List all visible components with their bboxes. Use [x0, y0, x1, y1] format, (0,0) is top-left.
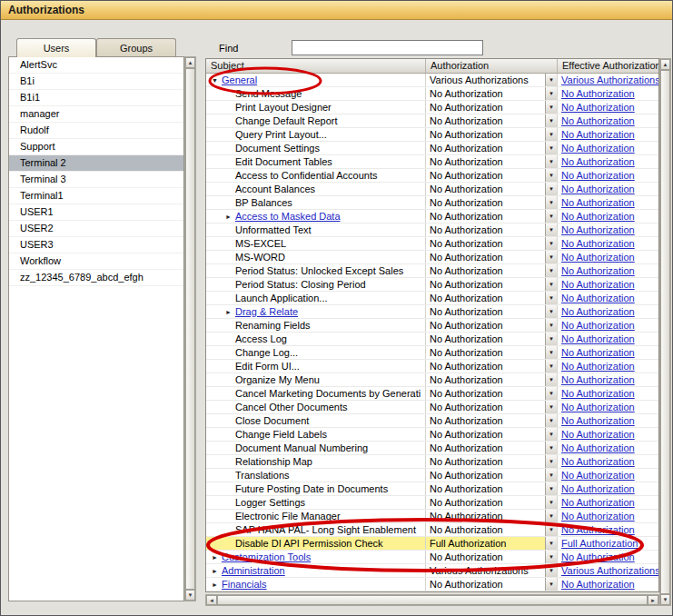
dropdown-icon[interactable]: ▼ — [545, 523, 557, 536]
effective-authorization-link[interactable]: Various Authorizations — [561, 75, 658, 86]
effective-authorization-link[interactable]: No Authorization — [561, 115, 635, 127]
subject-cell[interactable]: Change Default Report — [206, 114, 426, 127]
subject-cell[interactable]: Edit Document Tables — [206, 155, 426, 168]
subject-cell[interactable]: Access Log — [206, 333, 426, 345]
dropdown-icon[interactable]: ▼ — [545, 292, 557, 304]
effective-authorization-link[interactable]: No Authorization — [561, 211, 635, 223]
effective-authorization-link[interactable]: No Authorization — [561, 197, 635, 209]
subject-cell[interactable]: Cancel Other Documents — [206, 401, 426, 413]
authorization-combo[interactable]: No Authorization▼ — [426, 87, 558, 100]
authorization-combo[interactable]: No Authorization▼ — [426, 142, 558, 154]
authorization-combo[interactable]: No Authorization▼ — [426, 237, 558, 250]
subject-cell[interactable]: Send Message — [206, 87, 426, 100]
dropdown-icon[interactable]: ▼ — [545, 360, 557, 373]
effective-authorization-link[interactable]: No Authorization — [561, 361, 635, 373]
effective-authorization-link[interactable]: No Authorization — [561, 511, 635, 522]
dropdown-icon[interactable]: ▼ — [545, 169, 557, 182]
dropdown-icon[interactable]: ▼ — [545, 537, 557, 550]
dropdown-icon[interactable]: ▼ — [545, 74, 557, 86]
authorization-combo[interactable]: No Authorization▼ — [426, 373, 558, 386]
authorization-combo[interactable]: No Authorization▼ — [426, 455, 558, 468]
user-list-item[interactable]: Terminal 3 — [9, 172, 183, 188]
subject-cell[interactable]: Organize My Menu — [206, 373, 426, 386]
authorization-combo[interactable]: No Authorization▼ — [426, 155, 558, 168]
dropdown-icon[interactable]: ▼ — [545, 319, 557, 332]
effective-authorization-link[interactable]: Various Authorizations — [561, 565, 658, 577]
authorization-combo[interactable]: Various Authorizations▼ — [426, 564, 558, 577]
subject-cell[interactable]: Electronic File Manager — [206, 510, 426, 522]
scroll-down-icon[interactable]: ▼ — [660, 594, 670, 605]
effective-authorization-link[interactable]: No Authorization — [561, 156, 635, 168]
subject-cell[interactable]: Future Posting Date in Documents — [206, 482, 426, 495]
effective-authorization-link[interactable]: No Authorization — [561, 415, 635, 427]
authorization-combo[interactable]: Full Authorization▼ — [426, 537, 558, 550]
authorization-combo[interactable]: No Authorization▼ — [426, 251, 558, 263]
subject-cell[interactable]: Close Document — [206, 414, 426, 427]
user-list-item[interactable]: B1i1 — [9, 90, 183, 106]
effective-authorization-link[interactable]: No Authorization — [561, 224, 635, 236]
subject-cell[interactable]: ►Access to Masked Data — [206, 210, 426, 223]
effective-authorization-link[interactable]: No Authorization — [561, 238, 635, 250]
effective-authorization-link[interactable]: No Authorization — [561, 524, 635, 536]
effective-authorization-link[interactable]: No Authorization — [561, 129, 635, 141]
user-list-item[interactable]: Rudolf — [9, 123, 183, 139]
effective-authorization-link[interactable]: No Authorization — [561, 388, 635, 400]
effective-authorization-link[interactable]: Full Authorization — [561, 538, 638, 550]
dropdown-icon[interactable]: ▼ — [545, 142, 557, 154]
effective-authorization-link[interactable]: No Authorization — [561, 333, 635, 345]
expand-icon[interactable]: ► — [212, 579, 222, 591]
effective-authorization-link[interactable]: No Authorization — [561, 551, 635, 563]
tab-users[interactable]: Users — [16, 38, 96, 57]
authorization-combo[interactable]: No Authorization▼ — [426, 292, 558, 304]
dropdown-icon[interactable]: ▼ — [545, 183, 557, 195]
dropdown-icon[interactable]: ▼ — [545, 210, 557, 223]
subject-cell[interactable]: Period Status: Closing Period — [206, 278, 426, 291]
user-list-item[interactable]: USER2 — [9, 221, 183, 237]
authorization-combo[interactable]: No Authorization▼ — [426, 196, 558, 209]
table-horizontal-scrollbar[interactable]: ◄ ► — [205, 594, 659, 606]
user-list-scrollbar[interactable]: ▲ ▼ — [184, 56, 196, 601]
effective-authorization-link[interactable]: No Authorization — [561, 88, 635, 100]
authorization-combo[interactable]: No Authorization▼ — [426, 224, 558, 236]
dropdown-icon[interactable]: ▼ — [545, 551, 557, 563]
user-list-item[interactable]: Support — [9, 139, 183, 155]
authorization-combo[interactable]: No Authorization▼ — [426, 264, 558, 277]
subject-cell[interactable]: Period Status: Unlocked Except Sales — [206, 264, 426, 277]
subject-cell[interactable]: Query Print Layout... — [206, 128, 426, 141]
subject-cell[interactable]: MS-WORD — [206, 251, 426, 263]
effective-authorization-link[interactable]: No Authorization — [561, 320, 635, 332]
effective-authorization-link[interactable]: No Authorization — [561, 143, 635, 154]
dropdown-icon[interactable]: ▼ — [545, 510, 557, 522]
scroll-up-icon[interactable]: ▲ — [185, 57, 195, 68]
dropdown-icon[interactable]: ▼ — [545, 482, 557, 495]
authorization-combo[interactable]: No Authorization▼ — [426, 496, 558, 509]
dropdown-icon[interactable]: ▼ — [545, 469, 557, 482]
collapse-icon[interactable]: ▼ — [212, 75, 222, 86]
subject-cell[interactable]: Change Log... — [206, 346, 426, 359]
authorization-combo[interactable]: No Authorization▼ — [426, 414, 558, 427]
user-list-item[interactable]: zz_12345_6789_abcd_efgh — [9, 270, 183, 286]
effective-authorization-link[interactable]: No Authorization — [561, 279, 635, 291]
tab-groups[interactable]: Groups — [96, 38, 176, 57]
authorization-combo[interactable]: No Authorization▼ — [426, 360, 558, 373]
subject-cell[interactable]: BP Balances — [206, 196, 426, 209]
dropdown-icon[interactable]: ▼ — [545, 196, 557, 209]
dropdown-icon[interactable]: ▼ — [545, 428, 557, 441]
user-list-item[interactable]: Workflow — [9, 253, 183, 270]
authorization-combo[interactable]: No Authorization▼ — [426, 442, 558, 454]
user-list-item[interactable]: manager — [9, 106, 183, 123]
authorization-combo[interactable]: No Authorization▼ — [426, 523, 558, 536]
effective-authorization-link[interactable]: No Authorization — [561, 402, 635, 413]
effective-authorization-link[interactable]: No Authorization — [561, 497, 635, 509]
authorization-combo[interactable]: No Authorization▼ — [426, 278, 558, 291]
user-list-item[interactable]: B1i — [9, 74, 183, 90]
subject-cell[interactable]: Change Field Labels — [206, 428, 426, 441]
scroll-up-icon[interactable]: ▲ — [660, 59, 670, 70]
subject-cell[interactable]: Launch Application... — [206, 292, 426, 304]
find-input[interactable] — [292, 40, 483, 55]
scrollbar-thumb[interactable] — [660, 70, 670, 594]
dropdown-icon[interactable]: ▼ — [545, 305, 557, 318]
subject-cell[interactable]: Translations — [206, 469, 426, 482]
subject-cell[interactable]: MS-EXCEL — [206, 237, 426, 250]
authorization-combo[interactable]: No Authorization▼ — [426, 305, 558, 318]
